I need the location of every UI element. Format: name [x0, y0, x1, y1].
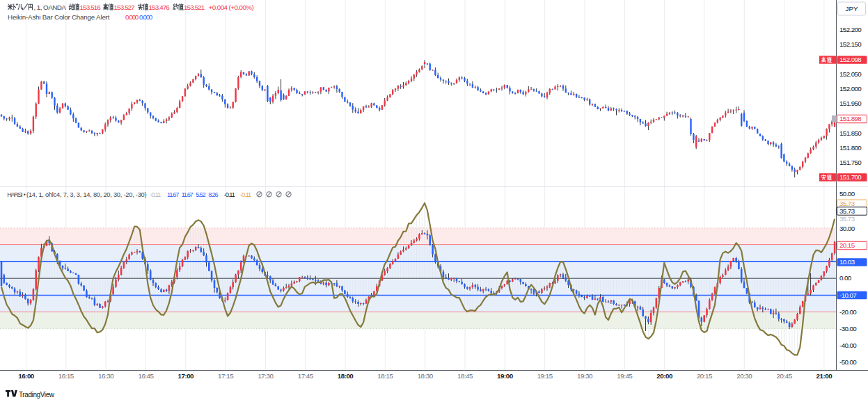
svg-text:151.800: 151.800 [839, 144, 862, 152]
svg-text:50.00: 50.00 [839, 190, 855, 198]
svg-text:0.000: 0.000 [125, 13, 139, 21]
svg-text:151.950: 151.950 [839, 99, 862, 107]
svg-text:8.26: 8.26 [208, 191, 218, 198]
svg-text:+0.004 (+0.00%): +0.004 (+0.00%) [209, 3, 254, 11]
svg-text:-0.11: -0.11 [224, 191, 235, 198]
svg-text:151.750: 151.750 [839, 159, 862, 166]
svg-text:11.67: 11.67 [167, 191, 179, 198]
svg-text:152.050: 152.050 [839, 70, 862, 78]
svg-text:-0.11: -0.11 [150, 191, 161, 198]
svg-text:18:15: 18:15 [377, 372, 393, 380]
svg-text:151.850: 151.850 [839, 129, 862, 137]
svg-text:153.521: 153.521 [184, 3, 205, 11]
svg-text:5.52: 5.52 [196, 191, 205, 198]
svg-text:-20.00: -20.00 [839, 308, 857, 316]
svg-text:20:00: 20:00 [656, 372, 673, 380]
svg-text:152.098: 152.098 [839, 56, 862, 63]
svg-text:152.200: 152.200 [839, 26, 862, 33]
svg-text:151.700: 151.700 [839, 173, 862, 181]
svg-text:JPY: JPY [846, 5, 858, 13]
svg-text:17:00: 17:00 [177, 372, 194, 380]
svg-text:HARSI: HARSI [7, 191, 22, 198]
svg-text:20:30: 20:30 [736, 372, 752, 380]
svg-text:-10.07: -10.07 [839, 291, 856, 299]
svg-text:16:30: 16:30 [98, 372, 114, 380]
svg-text:16:00: 16:00 [18, 372, 35, 380]
svg-text:18:00: 18:00 [338, 372, 354, 380]
svg-text:30.00: 30.00 [839, 225, 855, 232]
svg-text:16:15: 16:15 [58, 372, 74, 380]
svg-text:-50.00: -50.00 [839, 358, 857, 366]
svg-text:21:00: 21:00 [816, 372, 833, 380]
svg-text:19:00: 19:00 [497, 372, 514, 380]
svg-text:153.516: 153.516 [80, 3, 102, 11]
svg-text:, 1, OANDA: , 1, OANDA [34, 3, 67, 11]
svg-text:153.527: 153.527 [114, 3, 135, 11]
svg-text:-0.11: -0.11 [240, 191, 251, 198]
svg-text:20:45: 20:45 [777, 372, 793, 380]
svg-text:Heikin-Ashi Bar Color Change A: Heikin-Ashi Bar Color Change Alert [8, 13, 110, 21]
svg-text:0.000: 0.000 [139, 13, 153, 21]
svg-text:TradingView: TradingView [19, 391, 55, 399]
svg-text:35.73: 35.73 [839, 207, 855, 215]
svg-text:153.476: 153.476 [149, 3, 171, 11]
svg-text:10.03: 10.03 [839, 258, 855, 266]
svg-text:20:15: 20:15 [697, 372, 713, 380]
svg-text:(14, 1, ohlc4, 7, 3, 3, 14, 80: (14, 1, ohlc4, 7, 3, 3, 14, 80, 20, 30, … [26, 191, 146, 198]
svg-text:17:45: 17:45 [298, 372, 314, 380]
svg-text:151.898: 151.898 [839, 115, 862, 122]
svg-text:•: • [24, 191, 26, 198]
svg-text:-40.00: -40.00 [839, 341, 857, 349]
svg-text:-30.00: -30.00 [839, 325, 857, 332]
svg-text:11.67: 11.67 [181, 191, 193, 198]
svg-text:17:30: 17:30 [258, 372, 274, 380]
svg-text:152.000: 152.000 [839, 85, 862, 93]
svg-text:19:45: 19:45 [617, 372, 633, 380]
svg-text:35.73: 35.73 [839, 215, 855, 223]
svg-text:20.15: 20.15 [839, 241, 855, 249]
svg-text:19:15: 19:15 [537, 372, 553, 380]
svg-text:17:15: 17:15 [218, 372, 234, 380]
svg-text:19:30: 19:30 [577, 372, 593, 380]
svg-text:16:45: 16:45 [138, 372, 154, 380]
svg-text:0.00: 0.00 [839, 274, 852, 282]
svg-text:152.150: 152.150 [839, 40, 862, 48]
svg-text:18:30: 18:30 [418, 372, 434, 380]
svg-text:35.73: 35.73 [839, 200, 855, 207]
svg-text:18:45: 18:45 [457, 372, 473, 380]
